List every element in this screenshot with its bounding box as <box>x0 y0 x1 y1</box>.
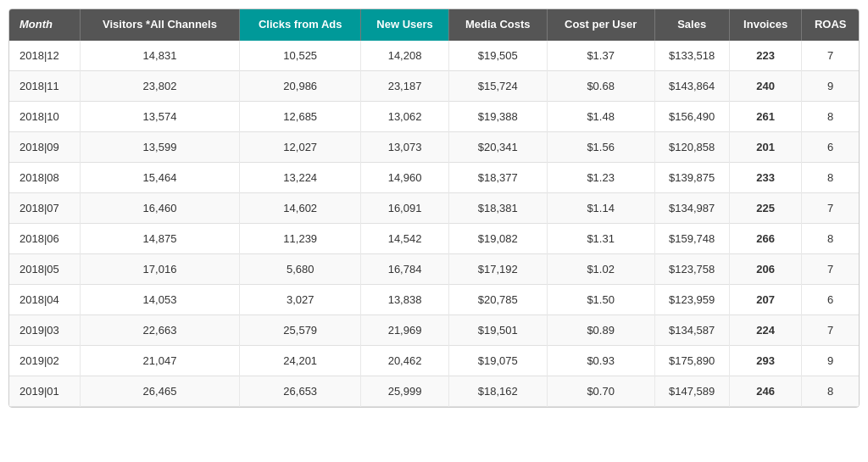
cell-visitors: 13,599 <box>80 131 239 162</box>
cell-costPerUser: $1.37 <box>547 41 654 71</box>
table-row: 2018|0716,46014,60216,091$18,381$1.14$13… <box>9 192 859 223</box>
cell-clicks: 14,602 <box>240 192 361 223</box>
cell-month: 2018|09 <box>9 131 80 162</box>
cell-sales: $120,858 <box>654 131 729 162</box>
table-row: 2018|1013,57412,68513,062$19,388$1.48$15… <box>9 101 859 131</box>
cell-mediaCosts: $20,341 <box>448 131 547 162</box>
cell-roas: 9 <box>802 345 859 376</box>
column-header-newUsers: New Users <box>361 9 448 41</box>
column-header-roas: ROAS <box>802 9 859 41</box>
cell-roas: 8 <box>802 101 859 131</box>
cell-newUsers: 25,999 <box>361 376 448 406</box>
cell-visitors: 14,875 <box>80 223 239 253</box>
cell-visitors: 21,047 <box>80 345 239 376</box>
cell-mediaCosts: $19,082 <box>448 223 547 253</box>
data-table: MonthVisitors *All ChannelsClicks from A… <box>8 8 860 408</box>
column-header-clicks: Clicks from Ads <box>240 9 361 41</box>
cell-clicks: 12,027 <box>240 131 361 162</box>
cell-clicks: 20,986 <box>240 70 361 101</box>
table-row: 2019|0126,46526,65325,999$18,162$0.70$14… <box>9 376 859 406</box>
cell-newUsers: 20,462 <box>361 345 448 376</box>
cell-mediaCosts: $15,724 <box>448 70 547 101</box>
cell-clicks: 13,224 <box>240 162 361 192</box>
cell-visitors: 14,831 <box>80 41 239 71</box>
cell-newUsers: 13,073 <box>361 131 448 162</box>
cell-invoices: 201 <box>729 131 802 162</box>
cell-sales: $147,589 <box>654 376 729 406</box>
cell-mediaCosts: $19,505 <box>448 41 547 71</box>
cell-roas: 7 <box>802 41 859 71</box>
column-header-sales: Sales <box>654 9 729 41</box>
cell-month: 2019|02 <box>9 345 80 376</box>
cell-mediaCosts: $18,381 <box>448 192 547 223</box>
cell-month: 2018|07 <box>9 192 80 223</box>
cell-sales: $139,875 <box>654 162 729 192</box>
cell-invoices: 224 <box>729 314 802 345</box>
cell-newUsers: 14,542 <box>361 223 448 253</box>
cell-invoices: 246 <box>729 376 802 406</box>
cell-newUsers: 13,838 <box>361 284 448 314</box>
table-row: 2019|0221,04724,20120,462$19,075$0.93$17… <box>9 345 859 376</box>
cell-invoices: 223 <box>729 41 802 71</box>
cell-roas: 8 <box>802 223 859 253</box>
cell-clicks: 26,653 <box>240 376 361 406</box>
cell-costPerUser: $1.31 <box>547 223 654 253</box>
cell-invoices: 233 <box>729 162 802 192</box>
cell-clicks: 24,201 <box>240 345 361 376</box>
cell-roas: 8 <box>802 376 859 406</box>
cell-invoices: 261 <box>729 101 802 131</box>
cell-visitors: 17,016 <box>80 253 239 284</box>
cell-clicks: 5,680 <box>240 253 361 284</box>
cell-newUsers: 16,784 <box>361 253 448 284</box>
cell-month: 2018|04 <box>9 284 80 314</box>
cell-sales: $123,959 <box>654 284 729 314</box>
cell-costPerUser: $1.50 <box>547 284 654 314</box>
cell-month: 2018|06 <box>9 223 80 253</box>
cell-invoices: 293 <box>729 345 802 376</box>
column-header-visitors: Visitors *All Channels <box>80 9 239 41</box>
cell-visitors: 14,053 <box>80 284 239 314</box>
cell-clicks: 10,525 <box>240 41 361 71</box>
cell-mediaCosts: $19,388 <box>448 101 547 131</box>
cell-mediaCosts: $19,501 <box>448 314 547 345</box>
cell-month: 2018|12 <box>9 41 80 71</box>
cell-costPerUser: $1.56 <box>547 131 654 162</box>
cell-invoices: 240 <box>729 70 802 101</box>
cell-costPerUser: $1.14 <box>547 192 654 223</box>
cell-month: 2019|03 <box>9 314 80 345</box>
cell-sales: $134,987 <box>654 192 729 223</box>
cell-costPerUser: $1.23 <box>547 162 654 192</box>
cell-costPerUser: $0.93 <box>547 345 654 376</box>
column-header-costPerUser: Cost per User <box>547 9 654 41</box>
cell-visitors: 22,663 <box>80 314 239 345</box>
table-row: 2018|1123,80220,98623,187$15,724$0.68$14… <box>9 70 859 101</box>
cell-roas: 6 <box>802 131 859 162</box>
cell-clicks: 3,027 <box>240 284 361 314</box>
cell-mediaCosts: $18,377 <box>448 162 547 192</box>
cell-roas: 7 <box>802 192 859 223</box>
table-row: 2019|0322,66325,57921,969$19,501$0.89$13… <box>9 314 859 345</box>
cell-visitors: 23,802 <box>80 70 239 101</box>
cell-clicks: 12,685 <box>240 101 361 131</box>
cell-costPerUser: $0.70 <box>547 376 654 406</box>
cell-sales: $143,864 <box>654 70 729 101</box>
cell-invoices: 206 <box>729 253 802 284</box>
cell-month: 2018|05 <box>9 253 80 284</box>
cell-costPerUser: $0.89 <box>547 314 654 345</box>
table-row: 2018|1214,83110,52514,208$19,505$1.37$13… <box>9 41 859 71</box>
cell-newUsers: 14,208 <box>361 41 448 71</box>
cell-visitors: 16,460 <box>80 192 239 223</box>
cell-mediaCosts: $19,075 <box>448 345 547 376</box>
column-header-month: Month <box>9 9 80 41</box>
cell-clicks: 11,239 <box>240 223 361 253</box>
cell-mediaCosts: $20,785 <box>448 284 547 314</box>
cell-visitors: 26,465 <box>80 376 239 406</box>
table-row: 2018|0913,59912,02713,073$20,341$1.56$12… <box>9 131 859 162</box>
cell-sales: $156,490 <box>654 101 729 131</box>
cell-costPerUser: $0.68 <box>547 70 654 101</box>
cell-sales: $134,587 <box>654 314 729 345</box>
table-row: 2018|0815,46413,22414,960$18,377$1.23$13… <box>9 162 859 192</box>
cell-costPerUser: $1.48 <box>547 101 654 131</box>
cell-roas: 9 <box>802 70 859 101</box>
cell-sales: $159,748 <box>654 223 729 253</box>
